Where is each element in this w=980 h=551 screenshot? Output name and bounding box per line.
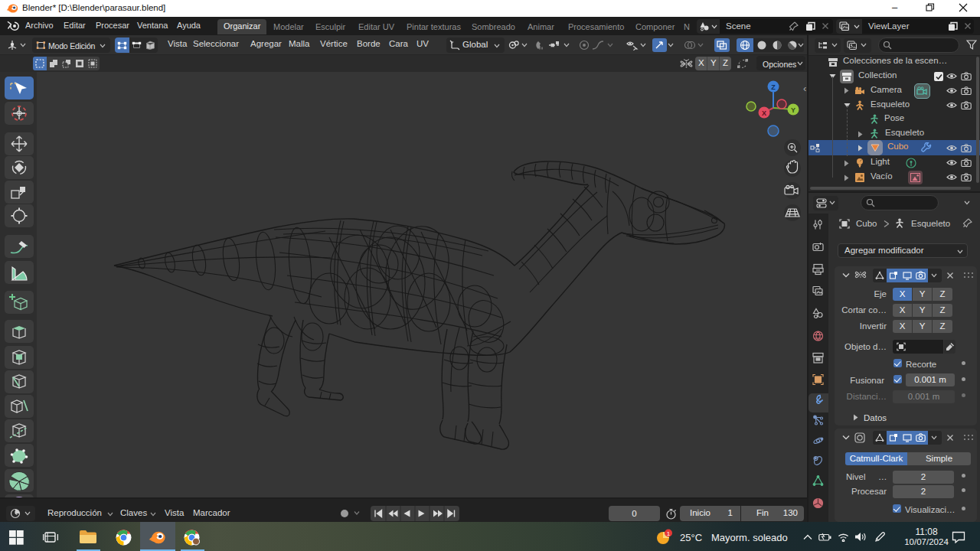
- svg-text:Y: Y: [791, 106, 795, 114]
- svg-text:Z: Z: [771, 83, 776, 91]
- svg-text:1: 1: [667, 530, 671, 537]
- svg-text:X: X: [762, 109, 766, 117]
